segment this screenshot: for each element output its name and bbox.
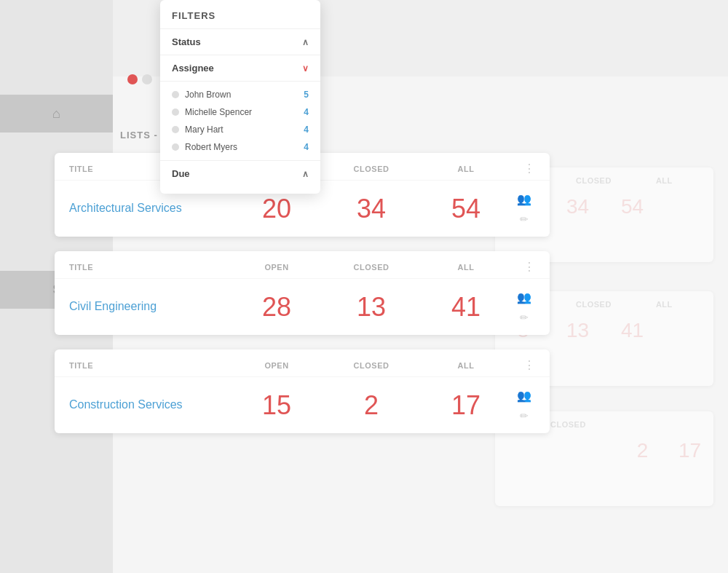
status-dot-red	[127, 74, 138, 84]
people-icon[interactable]: 👥	[517, 389, 531, 403]
due-chevron-icon: ∧	[302, 169, 309, 179]
actions-col-header: ⋮	[513, 358, 535, 372]
list-item[interactable]: Michelle Spencer 4	[160, 103, 320, 121]
status-dot-gray	[142, 74, 152, 84]
card-actions-col: 👥 ✏	[513, 291, 535, 323]
card-open-count: 20	[229, 194, 324, 224]
closed-col-header: CLOSED	[324, 165, 419, 173]
civil-engineering-card: TITLE OPEN CLOSED ALL ⋮ Civil Engineerin…	[55, 251, 550, 335]
more-options-icon[interactable]: ⋮	[523, 162, 535, 175]
cards-container: TITLE OPEN CLOSED ALL ⋮ Architectural Se…	[55, 153, 550, 448]
header-circles	[127, 74, 152, 84]
status-label: Status	[172, 36, 201, 47]
filter-title: FILTERS	[160, 0, 320, 28]
assignee-dot	[172, 108, 179, 116]
assignee-name: Robert Myers	[185, 142, 298, 152]
filter-panel: FILTERS Status ∧ Assignee ∨ John Brown 5…	[160, 0, 320, 194]
assignee-dot	[172, 143, 179, 151]
card-header-row: TITLE OPEN CLOSED ALL ⋮	[55, 349, 550, 377]
assignee-name: Michelle Spencer	[185, 107, 298, 117]
assignee-count: 5	[304, 90, 309, 100]
list-item[interactable]: Mary Hart 4	[160, 121, 320, 138]
list-item[interactable]: Robert Myers 4	[160, 138, 320, 156]
edit-icon[interactable]: ✏	[520, 410, 529, 422]
ghost-all-label: ALL	[648, 176, 681, 185]
card-all-count: 54	[419, 194, 513, 224]
card-header-row: TITLE OPEN CLOSED ALL ⋮	[55, 251, 550, 279]
card-all-count: 41	[419, 292, 513, 323]
edit-icon[interactable]: ✏	[520, 213, 529, 225]
more-options-icon[interactable]: ⋮	[523, 359, 535, 371]
ghost3-all-val: 17	[673, 439, 706, 462]
card-closed-count: 2	[324, 390, 419, 421]
people-icon[interactable]: 👥	[517, 291, 531, 304]
assignee-dot	[172, 91, 179, 98]
ghost-closed-val: 34	[561, 195, 594, 218]
card-actions-col: 👥 ✏	[513, 192, 535, 225]
home-icon: ⌂	[52, 106, 60, 122]
assignee-count: 4	[304, 125, 309, 135]
card-all-count: 17	[419, 390, 513, 421]
actions-col-header: ⋮	[513, 162, 535, 175]
assignee-chevron-icon: ∨	[302, 63, 309, 74]
card-body-row: Construction Services 15 2 17 👥 ✏	[55, 377, 550, 433]
open-col-header: OPEN	[229, 361, 324, 370]
ghost2-closed-label: CLOSED	[576, 300, 612, 309]
open-col-header: OPEN	[229, 263, 324, 272]
assignee-count: 4	[304, 142, 309, 152]
card-open-count: 15	[229, 390, 324, 421]
all-col-header: ALL	[419, 165, 513, 173]
card-closed-count: 13	[324, 292, 419, 323]
ghost2-closed-val: 13	[561, 319, 594, 342]
assignee-label: Assignee	[172, 63, 214, 74]
assignee-list: John Brown 5 Michelle Spencer 4 Mary Har…	[160, 82, 320, 160]
construction-services-card: TITLE OPEN CLOSED ALL ⋮ Construction Ser…	[55, 349, 550, 433]
assignee-name: John Brown	[185, 90, 298, 100]
due-label: Due	[172, 168, 190, 179]
sidebar-home-item[interactable]: ⌂	[0, 95, 113, 133]
people-icon[interactable]: 👥	[517, 192, 531, 206]
card-body-row: Civil Engineering 28 13 41 👥 ✏	[55, 279, 550, 335]
card-title-link[interactable]: Civil Engineering	[69, 299, 229, 315]
list-item[interactable]: John Brown 5	[160, 86, 320, 103]
closed-col-header: CLOSED	[324, 263, 419, 272]
assignee-count: 4	[304, 107, 309, 117]
card-title-link[interactable]: Construction Services	[69, 398, 229, 413]
assignee-filter-header[interactable]: Assignee ∨	[160, 55, 320, 82]
assignee-dot	[172, 126, 179, 133]
edit-icon[interactable]: ✏	[520, 312, 529, 323]
ghost-closed-label: CLOSED	[576, 176, 612, 185]
status-chevron-icon: ∧	[302, 37, 309, 47]
title-col-header: TITLE	[69, 361, 229, 370]
all-col-header: ALL	[419, 361, 513, 370]
card-title-link[interactable]: Architectural Services	[69, 201, 229, 216]
title-col-header: TITLE	[69, 263, 229, 272]
actions-col-header: ⋮	[513, 260, 535, 274]
more-options-icon[interactable]: ⋮	[523, 261, 535, 273]
ghost2-all-label: ALL	[648, 300, 681, 309]
ghost3-closed-val: 2	[626, 439, 659, 462]
ghost-all-val: 54	[616, 195, 649, 218]
due-filter-header[interactable]: Due ∧	[160, 160, 320, 186]
assignee-name: Mary Hart	[185, 125, 298, 135]
card-actions-col: 👥 ✏	[513, 389, 535, 422]
closed-col-header: CLOSED	[324, 361, 419, 370]
card-closed-count: 34	[324, 194, 419, 224]
all-col-header: ALL	[419, 263, 513, 272]
ghost2-all-val: 41	[616, 319, 649, 342]
card-open-count: 28	[229, 292, 324, 323]
status-filter-header[interactable]: Status ∧	[160, 28, 320, 55]
ghost3-closed-label: CLOSED	[550, 420, 586, 429]
